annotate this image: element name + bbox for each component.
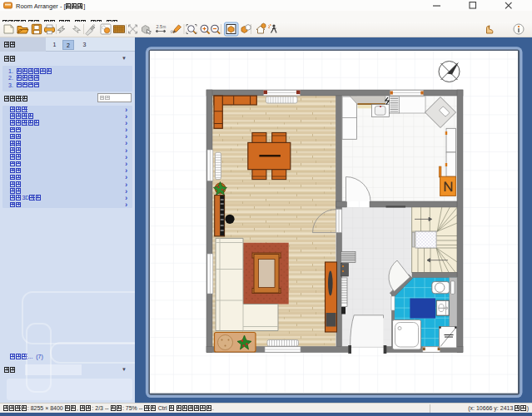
svg-text:m: m bbox=[163, 25, 167, 29]
svg-text:2.5: 2.5 bbox=[157, 24, 163, 29]
